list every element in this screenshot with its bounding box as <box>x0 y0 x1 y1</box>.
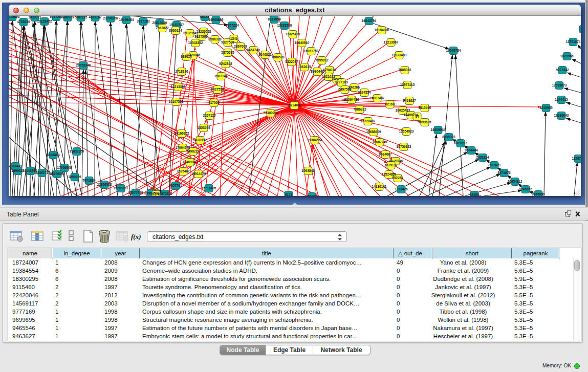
svg-text:15751074: 15751074 <box>566 40 581 43</box>
svg-text:10973493: 10973493 <box>392 53 407 57</box>
svg-text:15157347: 15157347 <box>169 23 184 27</box>
svg-text:7955812: 7955812 <box>315 58 329 62</box>
svg-text:9463627: 9463627 <box>403 99 416 102</box>
svg-text:8912954: 8912954 <box>183 31 197 35</box>
svg-text:4735650: 4735650 <box>17 20 30 24</box>
svg-text:19384554: 19384554 <box>308 138 322 142</box>
svg-text:4439167: 4439167 <box>89 16 102 19</box>
svg-text:18724007: 18724007 <box>287 103 302 107</box>
svg-text:1615132: 1615132 <box>384 163 398 167</box>
svg-text:8990448: 8990448 <box>311 70 324 73</box>
svg-text:10025433: 10025433 <box>396 108 410 112</box>
svg-text:9674444: 9674444 <box>465 148 478 152</box>
svg-text:7357224: 7357224 <box>226 24 239 27</box>
svg-text:15716485: 15716485 <box>202 186 216 190</box>
svg-text:92450: 92450 <box>470 193 479 196</box>
svg-text:12093873: 12093873 <box>552 83 567 87</box>
svg-text:160729: 160729 <box>306 194 317 196</box>
svg-text:17004678: 17004678 <box>176 146 190 149</box>
svg-text:3917183: 3917183 <box>137 19 150 23</box>
svg-text:9115460: 9115460 <box>419 106 431 110</box>
svg-text:16210643: 16210643 <box>554 114 569 117</box>
svg-text:1546: 1546 <box>230 37 238 40</box>
svg-text:17956909: 17956909 <box>57 166 72 169</box>
svg-text:9827503: 9827503 <box>194 35 208 38</box>
svg-text:1839221: 1839221 <box>28 16 41 19</box>
svg-text:2933114: 2933114 <box>476 156 489 159</box>
svg-text:6794028: 6794028 <box>323 68 336 72</box>
svg-text:8813054: 8813054 <box>268 17 281 21</box>
svg-text:7563822: 7563822 <box>156 26 169 30</box>
svg-text:10654112: 10654112 <box>508 180 522 183</box>
svg-text:1588520: 1588520 <box>271 55 285 59</box>
svg-text:917006: 917006 <box>208 101 220 104</box>
svg-text:6497568: 6497568 <box>338 87 352 91</box>
svg-text:8471676: 8471676 <box>497 171 511 174</box>
svg-text:8336273: 8336273 <box>35 171 49 174</box>
svg-text:16640910: 16640910 <box>295 41 310 45</box>
svg-text:18607249: 18607249 <box>373 140 387 144</box>
svg-text:7625402: 7625402 <box>177 169 190 173</box>
svg-text:12213363: 12213363 <box>171 85 186 89</box>
svg-text:10756923: 10756923 <box>397 145 411 148</box>
svg-text:16409544: 16409544 <box>431 128 446 132</box>
svg-text:19166852: 19166852 <box>175 132 189 135</box>
svg-text:8427552: 8427552 <box>211 87 224 91</box>
svg-text:10228452: 10228452 <box>37 19 52 23</box>
svg-text:2867608: 2867608 <box>234 45 247 48</box>
svg-text:3215955: 3215955 <box>539 106 553 110</box>
svg-text:5498222: 5498222 <box>186 149 200 153</box>
svg-text:18409948: 18409948 <box>183 160 198 164</box>
svg-text:11123: 11123 <box>579 27 581 31</box>
svg-text:21364436: 21364436 <box>344 98 359 101</box>
svg-text:19218506: 19218506 <box>277 24 292 27</box>
svg-text:1999828: 1999828 <box>11 169 25 172</box>
svg-text:9171: 9171 <box>153 192 160 196</box>
svg-text:20813640: 20813640 <box>153 21 167 25</box>
svg-text:10688609: 10688609 <box>366 130 381 134</box>
svg-text:1244415: 1244415 <box>555 98 568 101</box>
svg-text:2066449: 2066449 <box>9 164 22 168</box>
svg-text:12213967: 12213967 <box>384 40 399 44</box>
svg-text:7671884: 7671884 <box>82 179 96 182</box>
svg-text:9245099: 9245099 <box>532 192 545 196</box>
svg-text:16643794: 16643794 <box>362 19 377 23</box>
svg-text:5875685: 5875685 <box>221 51 234 54</box>
svg-text:8489709: 8489709 <box>61 16 74 19</box>
svg-text:7632621: 7632621 <box>488 163 501 167</box>
svg-text:14136141: 14136141 <box>372 185 387 188</box>
svg-text:21200396: 21200396 <box>50 172 65 176</box>
svg-text:15720407: 15720407 <box>361 119 376 123</box>
svg-text:1362615: 1362615 <box>298 65 311 69</box>
svg-text:22806503: 22806503 <box>97 183 112 186</box>
svg-text:7485063: 7485063 <box>398 68 411 72</box>
svg-text:16961758: 16961758 <box>304 49 319 53</box>
svg-text:16648784: 16648784 <box>446 49 461 52</box>
svg-text:1093846: 1093846 <box>301 169 315 172</box>
svg-text:7986322: 7986322 <box>353 107 366 111</box>
svg-text:11325419: 11325419 <box>286 32 300 36</box>
svg-text:f(x): f(x) <box>131 233 141 240</box>
svg-text:9245652: 9245652 <box>519 187 532 191</box>
svg-text:25300203: 25300203 <box>264 111 278 115</box>
svg-text:1126753: 1126753 <box>572 157 581 160</box>
svg-text:2803144: 2803144 <box>214 74 228 78</box>
svg-text:9329966: 9329966 <box>560 54 574 58</box>
svg-text:8938923: 8938923 <box>442 135 455 139</box>
svg-text:8806804: 8806804 <box>47 153 60 157</box>
svg-text:13654923: 13654923 <box>399 129 414 133</box>
svg-text:13524851: 13524851 <box>382 172 397 176</box>
svg-text:8660124: 8660124 <box>169 29 182 32</box>
svg-text:1890399: 1890399 <box>68 175 81 179</box>
svg-text:252254: 252254 <box>392 176 403 180</box>
svg-text:5682115: 5682115 <box>75 16 88 19</box>
svg-text:19285201: 19285201 <box>114 186 128 190</box>
svg-text:10107553: 10107553 <box>169 100 184 103</box>
svg-text:989614: 989614 <box>181 55 192 58</box>
svg-text:3267110: 3267110 <box>203 114 216 117</box>
svg-text:6879197: 6879197 <box>454 141 467 145</box>
svg-text:3624554: 3624554 <box>358 91 371 94</box>
svg-text:62160: 62160 <box>385 102 395 106</box>
svg-text:16033809: 16033809 <box>209 18 224 21</box>
svg-text:9146821: 9146821 <box>258 53 272 56</box>
